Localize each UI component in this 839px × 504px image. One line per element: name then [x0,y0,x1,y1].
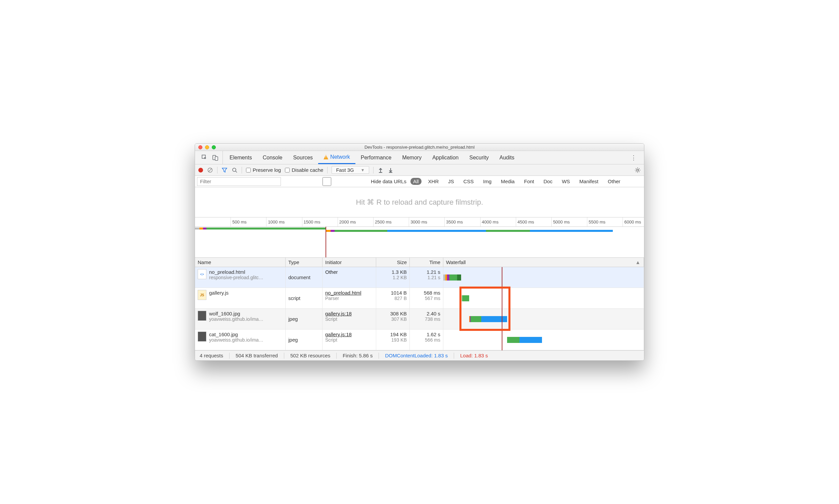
filter-type-img[interactable]: Img [481,178,494,185]
overview-segment [291,228,325,230]
tab-console[interactable]: Console [257,151,288,164]
waterfall-cell [443,329,644,350]
request-time: 2.40 s [412,311,440,317]
tab-security[interactable]: Security [464,151,494,164]
request-size-content: 1.2 KB [379,275,407,280]
filter-type-manifest[interactable]: Manifest [576,178,601,185]
request-host: yoavweiss.github.io/ima… [209,337,264,343]
request-table: <>no_preload.htmlresponsive-preload.glit… [195,267,644,350]
svg-point-5 [233,168,236,172]
svg-line-6 [236,171,237,173]
request-row[interactable]: wolf_1600.jpgyoavweiss.github.io/ima…jpe… [195,309,644,329]
filter-type-other[interactable]: Other [605,178,623,185]
filter-type-font[interactable]: Font [521,178,537,185]
tab-memory[interactable]: Memory [397,151,427,164]
throttling-select[interactable]: Fast 3G ▼ [332,166,369,174]
filter-type-doc[interactable]: Doc [541,178,555,185]
upload-har-icon[interactable] [378,167,383,173]
col-size[interactable]: Size [376,258,410,267]
filter-type-all[interactable]: All [410,178,422,185]
request-size-content: 193 KB [379,337,407,343]
overview-segment [199,228,203,230]
filter-input[interactable] [197,177,281,186]
col-type[interactable]: Type [286,258,322,267]
status-requests: 4 requests [200,353,223,358]
inspect-icon[interactable] [202,155,208,161]
filter-type-xhr[interactable]: XHR [426,178,442,185]
waterfall-segment [457,274,461,281]
filter-icon[interactable] [221,167,228,173]
request-initiator[interactable]: gallery.js:18 [325,311,373,317]
ruler-tick: 2000 ms [338,217,356,227]
request-size: 1.3 KB [379,269,407,275]
col-initiator[interactable]: Initiator [322,258,376,267]
warning-icon [323,155,328,159]
col-waterfall[interactable]: Waterfall▲ [443,258,644,267]
waterfall-cell [443,267,644,288]
filter-type-js[interactable]: JS [445,178,457,185]
hide-data-urls-checkbox[interactable]: Hide data URLs [285,177,406,186]
device-toggle-icon[interactable] [212,155,218,161]
tab-sources[interactable]: Sources [288,151,318,164]
overview-segment [335,230,387,232]
settings-icon[interactable] [635,167,641,173]
ruler-tick: 500 ms [231,217,247,227]
sort-asc-icon: ▲ [635,259,640,265]
waterfall-segment [449,274,457,281]
request-latency: 1.21 s [412,275,440,280]
clear-icon[interactable] [207,167,213,173]
request-row[interactable]: JSgallery.jsscriptno_preload.htmlParser1… [195,288,644,309]
svg-line-4 [209,168,212,172]
overview-segment [387,230,496,232]
request-latency: 566 ms [412,337,440,343]
svg-point-9 [637,169,639,171]
initiator-type: Script [325,317,373,322]
initiator-type: Script [325,337,373,343]
preserve-log-checkbox[interactable]: Preserve log [246,167,281,173]
disable-cache-checkbox[interactable]: Disable cache [285,167,323,173]
record-icon[interactable] [198,168,203,173]
waterfall-segment [481,316,507,322]
ruler-tick: 5500 ms [587,217,605,227]
more-icon[interactable]: ⋮ [626,154,641,161]
overview-timeline[interactable]: 500 ms1000 ms1500 ms2000 ms2500 ms3000 m… [195,217,644,258]
request-name: wolf_1600.jpg [209,311,264,317]
tab-label: Memory [402,155,422,161]
download-har-icon[interactable] [388,167,394,173]
request-row[interactable]: cat_1600.jpgyoavweiss.github.io/ima…jpeg… [195,329,644,350]
request-initiator[interactable]: no_preload.html [325,290,373,295]
tab-application[interactable]: Application [427,151,464,164]
tab-label: Application [432,155,459,161]
filter-type-css[interactable]: CSS [461,178,477,185]
status-transferred: 504 KB transferred [236,353,278,358]
filmstrip-hint: Hit ⌘ R to reload and capture filmstrip. [195,187,644,217]
window-title: DevTools - responsive-preload.glitch.me/… [195,145,644,150]
tab-performance[interactable]: Performance [355,151,397,164]
tab-audits[interactable]: Audits [494,151,519,164]
col-name[interactable]: Name [195,258,286,267]
waterfall-segment [519,337,542,343]
tab-network[interactable]: Network [318,151,355,164]
ruler-tick: 3000 ms [409,217,427,227]
request-time: 568 ms [412,290,440,295]
request-row[interactable]: <>no_preload.htmlresponsive-preload.glit… [195,267,644,288]
ruler-tick: 2500 ms [373,217,392,227]
search-icon[interactable] [232,167,238,173]
filter-type-ws[interactable]: WS [559,178,573,185]
tab-elements[interactable]: Elements [224,151,257,164]
overview-segment [203,228,207,230]
filter-bar: Hide data URLs AllXHRJSCSSImgMediaFontDo… [195,176,644,187]
waterfall-cell [443,288,644,308]
request-time: 1.21 s [412,269,440,275]
devtools-window: DevTools - responsive-preload.glitch.me/… [195,143,644,361]
tab-label: Security [469,155,489,161]
request-name: cat_1600.jpg [209,331,264,337]
ruler-tick: 1000 ms [266,217,285,227]
col-time[interactable]: Time [410,258,443,267]
request-initiator[interactable]: gallery.js:18 [325,331,373,337]
filter-type-media[interactable]: Media [498,178,517,185]
overview-segment [207,228,281,230]
hide-data-urls-label: Hide data URLs [371,179,406,184]
overview-segment [486,230,530,232]
request-host: responsive-preload.glitc… [209,275,264,280]
